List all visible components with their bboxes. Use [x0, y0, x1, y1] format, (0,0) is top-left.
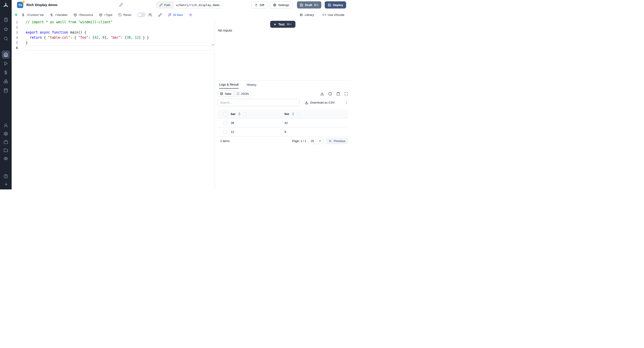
- code-line[interactable]: export async function main() {: [25, 30, 211, 35]
- sidebar-item-search[interactable]: [3, 36, 9, 41]
- calculator-icon: [4, 18, 8, 22]
- collab-toggle[interactable]: [137, 12, 145, 17]
- sidebar-item-audit-logs[interactable]: [2, 154, 10, 162]
- tab-logs-result[interactable]: Logs & Result: [219, 81, 238, 88]
- code-editor[interactable]: 123456 // import * as wmill from "windmi…: [12, 20, 215, 190]
- sidebar-item-help[interactable]: [2, 172, 10, 180]
- sidebar-item-folders[interactable]: [2, 146, 10, 154]
- windmill-logo[interactable]: [3, 2, 9, 8]
- add-resource-button[interactable]: +Resource: [74, 13, 93, 16]
- typescript-badge: TS: [17, 2, 23, 8]
- calendar-icon: [4, 88, 8, 92]
- sidebar-item-runs[interactable]: [2, 60, 10, 68]
- code-line[interactable]: [25, 25, 211, 30]
- sidebar-item-favorites[interactable]: [3, 27, 9, 31]
- use-vscode-label: Use VScode: [328, 13, 344, 16]
- code-token: : {: [70, 36, 78, 40]
- save-icon: [300, 3, 303, 7]
- sidebar-item-variables[interactable]: [2, 68, 10, 76]
- chevron-down-icon: [318, 139, 322, 142]
- test-button[interactable]: Test ⌘↵: [270, 21, 296, 28]
- code-token: [26, 36, 30, 40]
- expand-result-button[interactable]: [344, 92, 348, 96]
- column-toggle[interactable]: [297, 112, 300, 116]
- copy-result-button[interactable]: [336, 92, 340, 96]
- search-input[interactable]: [217, 99, 300, 106]
- sort-bar-button[interactable]: [238, 112, 241, 116]
- code-line[interactable]: }: [25, 40, 211, 46]
- row-checkbox[interactable]: [224, 130, 228, 134]
- editor-scrollbar[interactable]: [211, 20, 215, 190]
- pencil-icon: [160, 3, 162, 6]
- save-icon: [328, 3, 331, 7]
- ai-gen-button[interactable]: AI Gen: [168, 13, 183, 16]
- result-info-button[interactable]: [328, 92, 332, 96]
- table-menu-button[interactable]: [344, 101, 348, 104]
- sidebar-item-settings[interactable]: [2, 130, 10, 138]
- table-search-row: Download as CSV: [217, 99, 348, 106]
- sidebar-item-resources[interactable]: [2, 78, 10, 86]
- diff-button[interactable]: Diff: [251, 1, 268, 8]
- add-context-var-button[interactable]: +Context Var: [22, 13, 44, 16]
- settings-button[interactable]: Settings: [270, 1, 292, 8]
- code-token: return: [30, 36, 42, 40]
- package-icon: [74, 13, 77, 16]
- result-section: Logs & Result History Table {} JSON: [215, 80, 350, 190]
- code-token: 12: [135, 36, 139, 40]
- multiplayer-button[interactable]: [148, 13, 152, 17]
- sidebar-item-users[interactable]: [2, 122, 10, 130]
- code-token: function: [52, 30, 68, 34]
- sparkles-icon: [189, 13, 192, 17]
- reset-button[interactable]: Reset: [118, 13, 131, 16]
- tab-history[interactable]: History: [247, 81, 256, 88]
- add-type-label: +Type: [104, 13, 112, 16]
- table-cell: 8: [283, 130, 348, 134]
- view-table-label: Table: [224, 92, 232, 96]
- sidebar-item-expand[interactable]: [2, 180, 10, 188]
- ai-suggest-button[interactable]: [189, 13, 192, 17]
- code-token: : [: [120, 36, 126, 40]
- code-line[interactable]: return { "table-col": { "foo": [42, 8], …: [25, 35, 211, 40]
- previous-page-button[interactable]: Previous: [326, 138, 348, 144]
- format-button[interactable]: [158, 13, 162, 17]
- use-vscode-button[interactable]: Use VScode: [322, 13, 344, 16]
- path-edit-button[interactable]: Path: [157, 2, 173, 8]
- download-csv-button[interactable]: Download as CSV: [305, 101, 335, 104]
- deploy-button[interactable]: Deploy: [325, 1, 346, 8]
- line-number: 2: [12, 25, 21, 30]
- table-header: bar foo: [217, 110, 348, 118]
- library-button[interactable]: Library: [300, 13, 314, 16]
- view-table-button[interactable]: Table: [218, 91, 234, 96]
- code-token: 8: [102, 36, 104, 40]
- select-all-checkbox[interactable]: [224, 112, 228, 116]
- help-icon: [4, 174, 8, 178]
- edit-title-button[interactable]: [119, 3, 123, 7]
- row-checkbox[interactable]: [224, 121, 228, 125]
- code-token: () {: [78, 30, 86, 34]
- add-type-button[interactable]: +Type: [99, 13, 112, 16]
- path-value[interactable]: u/henri/rich_display_demo: [173, 2, 222, 8]
- sidebar-footer-group: [0, 172, 12, 188]
- page-size-select[interactable]: 25: [308, 138, 324, 144]
- sidebar-item-workers[interactable]: [2, 138, 10, 146]
- sort-foo-button[interactable]: [291, 112, 295, 116]
- right-panel: Test ⌘↵ No inputs Logs & Result History …: [215, 20, 350, 190]
- download-icon: [305, 101, 308, 104]
- column-toggle[interactable]: [243, 112, 247, 116]
- code-line[interactable]: [25, 46, 211, 50]
- view-json-button[interactable]: {} JSON: [234, 91, 251, 96]
- add-variable-button[interactable]: +Variable: [50, 13, 67, 16]
- clipboard-icon: [336, 92, 340, 96]
- download-result-button[interactable]: [320, 92, 324, 96]
- sidebar-item-home[interactable]: [2, 50, 10, 58]
- deploy-label: Deploy: [333, 3, 343, 7]
- sidebar-main-group: [0, 50, 12, 94]
- header-checkbox-cell: [217, 112, 229, 116]
- gear-icon: [4, 132, 8, 136]
- code-line[interactable]: // import * as wmill from "windmill-clie…: [25, 20, 211, 25]
- sidebar-item-apps[interactable]: [3, 18, 9, 22]
- draft-button[interactable]: Draft ⌘S: [297, 1, 321, 8]
- page-size-value: 25: [310, 139, 314, 143]
- code-token: [38, 30, 40, 34]
- sidebar-item-schedules[interactable]: [2, 86, 10, 94]
